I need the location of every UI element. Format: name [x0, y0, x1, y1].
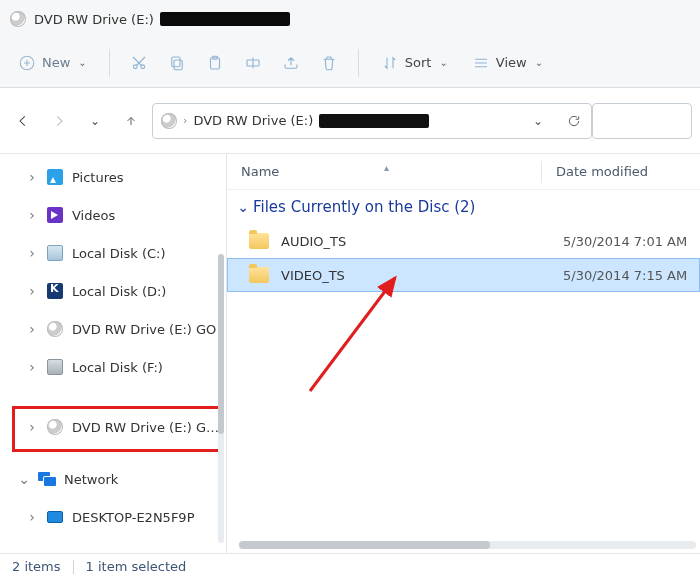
- sidebar-item-desktop-pc[interactable]: DESKTOP-E2N5F9P: [0, 498, 226, 536]
- sidebar-item-network[interactable]: Network: [0, 460, 226, 498]
- address-history-button[interactable]: ⌄: [523, 106, 553, 136]
- rename-button[interactable]: [236, 48, 270, 78]
- tree-label: Network: [64, 472, 226, 487]
- sidebar-item-local-disk-f[interactable]: Local Disk (F:): [0, 348, 226, 386]
- navigation-row: ⌄ › DVD RW Drive (E:) ⌄: [0, 88, 700, 154]
- tree-label: Local Disk (C:): [72, 246, 226, 261]
- sidebar-item-dvd-drive[interactable]: DVD RW Drive (E:) GO: [0, 310, 226, 348]
- forward-button[interactable]: [44, 106, 74, 136]
- status-bar: 2 items 1 item selected: [0, 553, 700, 579]
- up-button[interactable]: [116, 106, 146, 136]
- folder-icon: [249, 267, 269, 283]
- column-header-date[interactable]: Date modified: [542, 164, 662, 179]
- file-name: VIDEO_TS: [281, 268, 563, 283]
- tree-label: DVD RW Drive (E:) GO: [72, 322, 226, 337]
- folder-icon: [249, 233, 269, 249]
- arrow-left-icon: [16, 114, 30, 128]
- arrow-up-icon: [124, 114, 138, 128]
- drive-icon: [47, 283, 63, 299]
- drive-icon: [47, 359, 63, 375]
- tree-label: Local Disk (D:): [72, 284, 226, 299]
- status-selected-count: 1 item selected: [86, 559, 187, 574]
- sidebar-item-pictures[interactable]: Pictures: [0, 158, 226, 196]
- share-icon: [282, 54, 300, 72]
- clipboard-icon: [206, 54, 224, 72]
- svg-rect-3: [174, 60, 182, 70]
- tree-label: DESKTOP-E2N5F9P: [72, 510, 226, 525]
- address-bar[interactable]: › DVD RW Drive (E:) ⌄: [152, 103, 592, 139]
- scrollbar-thumb[interactable]: [239, 541, 490, 549]
- disc-icon: [161, 113, 177, 129]
- redacted-text: [319, 114, 429, 128]
- navigation-tree: Pictures Videos Local Disk (C:) Local Di…: [0, 154, 226, 553]
- disc-icon: [10, 11, 26, 27]
- svg-point-2: [141, 64, 145, 68]
- group-label: Files Currently on the Disc (2): [253, 198, 475, 216]
- chevron-down-icon: ⌄: [439, 57, 447, 68]
- refresh-button[interactable]: [559, 106, 589, 136]
- svg-line-8: [310, 278, 395, 391]
- file-row-audio-ts[interactable]: AUDIO_TS 5/30/2014 7:01 AM: [227, 224, 700, 258]
- recent-locations-button[interactable]: ⌄: [80, 106, 110, 136]
- cut-button[interactable]: [122, 48, 156, 78]
- delete-button[interactable]: [312, 48, 346, 78]
- breadcrumb[interactable]: DVD RW Drive (E:): [193, 113, 313, 128]
- copy-icon: [168, 54, 186, 72]
- chevron-down-icon: ⌄: [533, 114, 543, 128]
- file-date: 5/30/2014 7:01 AM: [563, 234, 687, 249]
- plus-circle-icon: [18, 54, 36, 72]
- tree-label: Videos: [72, 208, 226, 223]
- divider: [109, 49, 110, 77]
- sort-button[interactable]: Sort ⌄: [371, 48, 458, 78]
- file-name: AUDIO_TS: [281, 234, 563, 249]
- annotation-box: [12, 406, 224, 452]
- chevron-down-icon: [237, 199, 249, 215]
- group-header[interactable]: Files Currently on the Disc (2): [227, 190, 700, 224]
- search-input[interactable]: [592, 103, 692, 139]
- share-button[interactable]: [274, 48, 308, 78]
- sort-icon: [381, 54, 399, 72]
- column-header-name[interactable]: Name: [227, 164, 541, 179]
- new-button[interactable]: New ⌄: [8, 48, 97, 78]
- sort-button-label: Sort: [405, 55, 432, 70]
- file-list-pane: Name Date modified Files Currently on th…: [226, 154, 700, 553]
- pc-icon: [47, 511, 63, 523]
- chevron-down-icon: ⌄: [535, 57, 543, 68]
- file-row-video-ts[interactable]: VIDEO_TS 5/30/2014 7:15 AM: [227, 258, 700, 292]
- command-bar: New ⌄ Sort ⌄ View ⌄: [0, 38, 700, 88]
- tree-label: Pictures: [72, 170, 226, 185]
- scissors-icon: [130, 54, 148, 72]
- horizontal-scrollbar[interactable]: [239, 541, 696, 549]
- chevron-right-icon: ›: [183, 114, 187, 127]
- file-date: 5/30/2014 7:15 AM: [563, 268, 687, 283]
- drive-icon: [47, 245, 63, 261]
- refresh-icon: [567, 114, 581, 128]
- redacted-text: [160, 12, 290, 26]
- svg-rect-4: [172, 57, 180, 67]
- rename-icon: [244, 54, 262, 72]
- view-button[interactable]: View ⌄: [462, 48, 553, 78]
- title-bar: DVD RW Drive (E:): [0, 0, 700, 38]
- column-label: Date modified: [556, 164, 648, 179]
- divider: [73, 560, 74, 574]
- tree-label: Local Disk (F:): [72, 360, 226, 375]
- svg-point-1: [133, 64, 137, 68]
- trash-icon: [320, 54, 338, 72]
- sidebar-item-local-disk-c[interactable]: Local Disk (C:): [0, 234, 226, 272]
- list-icon: [472, 54, 490, 72]
- paste-button[interactable]: [198, 48, 232, 78]
- back-button[interactable]: [8, 106, 38, 136]
- sidebar-item-local-disk-d[interactable]: Local Disk (D:): [0, 272, 226, 310]
- pictures-icon: [47, 169, 63, 185]
- copy-button[interactable]: [160, 48, 194, 78]
- window-title: DVD RW Drive (E:): [34, 12, 154, 27]
- sidebar-item-videos[interactable]: Videos: [0, 196, 226, 234]
- chevron-down-icon: ⌄: [90, 114, 100, 128]
- view-button-label: View: [496, 55, 527, 70]
- videos-icon: [47, 207, 63, 223]
- column-headers: Name Date modified: [227, 154, 700, 190]
- disc-icon: [47, 321, 63, 337]
- network-icon: [38, 472, 56, 486]
- scrollbar-thumb[interactable]: [218, 254, 224, 434]
- column-label: Name: [241, 164, 279, 179]
